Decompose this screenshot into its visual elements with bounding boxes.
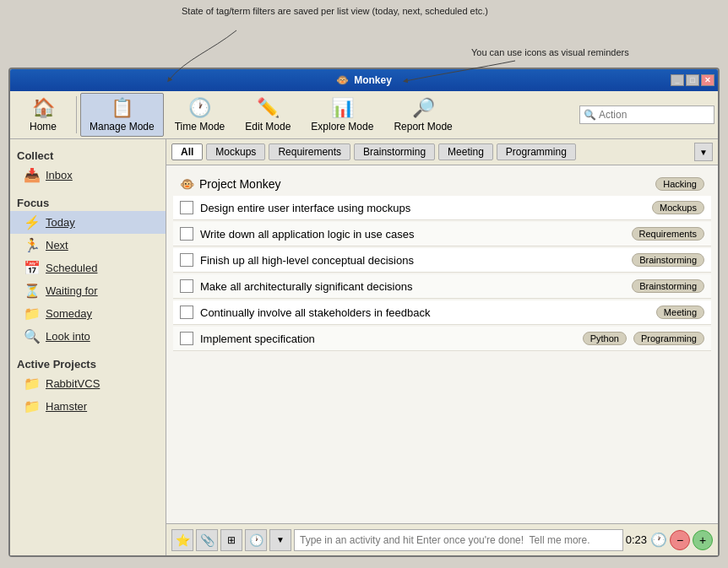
clock-button[interactable]: 🕐 [245, 529, 267, 551]
time-mode-button[interactable]: 🕐 Time Mode [166, 93, 235, 137]
minimize-button[interactable]: _ [671, 74, 684, 86]
manage-icon: 📋 [111, 97, 133, 119]
edit-icon: ✏️ [257, 97, 280, 119]
toolbar-separator-1 [76, 96, 77, 133]
sidebar-item-scheduled[interactable]: 📅 Scheduled [10, 257, 166, 279]
active-projects-header: Active Projects [10, 354, 166, 372]
plus-icon: + [699, 533, 706, 547]
hamster-label: Hamster [46, 400, 87, 413]
dropdown-button[interactable]: ▼ [269, 529, 291, 551]
project-header: 🐵 Project Monkey Hacking [173, 172, 711, 196]
report-label: Report Mode [394, 121, 452, 133]
tag-brainstorming-button[interactable]: Brainstorming [354, 143, 435, 160]
bottom-bar: ⭐ 📎 ⊞ 🕐 ▼ 0:23 🕐 [166, 523, 718, 555]
titlebar: 🐵 Monkey _ □ ✕ [10, 69, 718, 91]
sidebar-item-lookinto[interactable]: 🔍 Look into [10, 325, 166, 348]
manage-mode-button[interactable]: 📋 Manage Mode [80, 93, 164, 137]
hamster-icon: 📁 [24, 398, 41, 414]
task-checkbox-2[interactable] [180, 227, 193, 241]
add-button[interactable]: + [693, 530, 713, 550]
task-label-5: Continually involve all stakeholders in … [200, 306, 649, 319]
task-checkbox-5[interactable] [180, 306, 193, 319]
grid-button[interactable]: ⊞ [220, 529, 242, 551]
inbox-icon: 📥 [24, 167, 41, 183]
project-title: 🐵 Project Monkey [180, 177, 280, 191]
project-list: 🐵 Project Monkey Hacking Design entire u… [166, 165, 718, 523]
today-icon: ⚡ [24, 214, 41, 230]
lookinto-icon: 🔍 [24, 328, 41, 344]
star-button[interactable]: ⭐ [171, 529, 193, 551]
lookinto-label: Look into [46, 330, 90, 343]
table-row: Design entire user interface using mocku… [173, 196, 711, 220]
report-mode-button[interactable]: 🔎 Report Mode [384, 93, 461, 137]
task-checkbox-6[interactable] [180, 332, 193, 345]
task-checkbox-4[interactable] [180, 279, 193, 293]
project-monkey-icon: 🐵 [180, 177, 194, 191]
collect-section-header: Collect [10, 146, 166, 164]
maximize-button[interactable]: □ [686, 74, 699, 86]
search-area: 🔍 [579, 93, 714, 137]
activity-input[interactable] [294, 529, 623, 551]
window-title: Monkey [354, 74, 392, 86]
sidebar-item-someday[interactable]: 📁 Someday [10, 302, 166, 325]
report-icon: 🔎 [412, 97, 435, 119]
sidebar: Collect 📥 Inbox Focus ⚡ Today 🏃 Next 📅 S… [10, 139, 166, 555]
window-controls[interactable]: _ □ ✕ [671, 74, 714, 86]
tag-programming-button[interactable]: Programming [497, 143, 576, 160]
scheduled-label: Scheduled [46, 262, 97, 274]
explore-mode-button[interactable]: 📊 Explore Mode [302, 93, 383, 137]
search-input[interactable] [579, 105, 714, 124]
waiting-icon: ⏳ [24, 283, 41, 299]
tag-all-button[interactable]: All [171, 143, 203, 160]
table-row: Make all architecturally significant dec… [173, 274, 711, 299]
home-button[interactable]: 🏠 Home [14, 93, 73, 137]
table-row: Finish up all high-level conceptual deci… [173, 248, 711, 273]
content-area: All Mockups Requirements Brainstorming M… [166, 139, 718, 555]
tag-brainstorming-3[interactable]: Brainstorming [632, 253, 704, 267]
hacking-badge[interactable]: Hacking [655, 177, 704, 191]
sidebar-item-inbox[interactable]: 📥 Inbox [10, 164, 166, 187]
someday-icon: 📁 [24, 306, 41, 322]
tag-programming-6[interactable]: Programming [633, 332, 704, 345]
window-icon: 🐵 [336, 74, 349, 86]
tag-filter-bar: All Mockups Requirements Brainstorming M… [166, 139, 718, 165]
sidebar-item-waiting[interactable]: ⏳ Waiting for [10, 279, 166, 302]
task-label-1: Design entire user interface using mocku… [200, 202, 645, 214]
task-checkbox-3[interactable] [180, 253, 193, 267]
stop-button[interactable]: − [670, 530, 690, 550]
sidebar-item-rabbitvcs[interactable]: 📁 RabbitVCS [10, 372, 166, 395]
tag-dropdown-button[interactable]: ▼ [694, 143, 713, 161]
focus-section-header: Focus [10, 193, 166, 211]
task-label-6: Implement specification [200, 333, 576, 345]
table-row: Implement specification Python Programmi… [173, 327, 711, 351]
sidebar-item-hamster[interactable]: 📁 Hamster [10, 395, 166, 418]
tag-meeting-button[interactable]: Meeting [438, 143, 493, 160]
task-checkbox-1[interactable] [180, 201, 193, 214]
sidebar-item-today[interactable]: ⚡ Today [10, 211, 166, 234]
close-button[interactable]: ✕ [701, 74, 714, 86]
tag-mockups-1[interactable]: Mockups [652, 201, 704, 214]
tag-mockups-button[interactable]: Mockups [206, 143, 265, 160]
timer-value: 0:23 [626, 533, 647, 546]
task-label-3: Finish up all high-level conceptual deci… [200, 254, 625, 267]
project-name: Project Monkey [199, 177, 280, 191]
clock-icon: 🕐 [249, 533, 263, 547]
tag-meeting-5[interactable]: Meeting [656, 306, 704, 319]
timer-icon: 🕐 [650, 532, 667, 548]
grid-icon: ⊞ [227, 534, 236, 546]
today-label: Today [46, 216, 75, 229]
sidebar-item-next[interactable]: 🏃 Next [10, 234, 166, 257]
next-label: Next [46, 239, 68, 252]
next-icon: 🏃 [24, 237, 41, 253]
table-row: Write down all application logic in use … [173, 222, 711, 246]
tag-requirements-button[interactable]: Requirements [269, 143, 350, 160]
toolbar: 🏠 Home 📋 Manage Mode 🕐 Time Mode ✏️ Edit… [10, 91, 718, 139]
tag-brainstorming-4[interactable]: Brainstorming [632, 279, 704, 293]
app-window: 🐵 Monkey _ □ ✕ 🏠 Home 📋 Manage Mode 🕐 Ti… [8, 68, 720, 557]
edit-mode-button[interactable]: ✏️ Edit Mode [236, 93, 300, 137]
timer-display: 0:23 🕐 [626, 532, 667, 548]
attachment-button[interactable]: 📎 [196, 529, 218, 551]
tag-requirements-2[interactable]: Requirements [632, 227, 704, 241]
tag-python-6[interactable]: Python [583, 332, 627, 345]
scheduled-icon: 📅 [24, 260, 41, 276]
